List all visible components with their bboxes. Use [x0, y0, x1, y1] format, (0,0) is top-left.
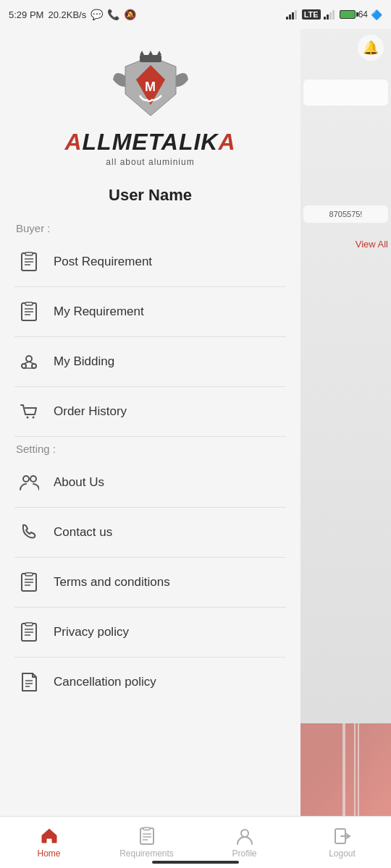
svg-point-34: [30, 476, 36, 482]
terms-icon: [16, 569, 42, 595]
setting-section-header: Setting :: [0, 437, 300, 458]
nav-item-home[interactable]: Home: [0, 827, 98, 859]
svg-rect-51: [140, 828, 154, 844]
brand-name: ALLMETALIKA: [64, 129, 235, 156]
svg-rect-52: [143, 827, 150, 830]
svg-rect-6: [329, 12, 332, 20]
status-right: LTE 64 🔷: [286, 9, 382, 20]
preview-search-bar: [303, 80, 388, 106]
svg-point-56: [241, 830, 248, 837]
contact-us-icon: [16, 519, 42, 545]
home-icon: [40, 827, 59, 846]
nav-item-requirements[interactable]: Requirements: [98, 827, 196, 859]
nav-item-profile[interactable]: Profile: [196, 827, 293, 859]
my-requirement-label: My Requirement: [54, 305, 144, 319]
my-bidding-label: My Bidding: [54, 354, 114, 369]
logo-image: M: [107, 51, 194, 123]
svg-rect-16: [25, 252, 33, 255]
preview-phone-field: 8705575!: [303, 205, 388, 223]
menu-item-cancellation[interactable]: Cancellation policy: [0, 658, 300, 707]
requirements-nav-label: Requirements: [119, 848, 174, 859]
my-requirement-icon: [16, 299, 42, 325]
menu-item-privacy[interactable]: Privacy policy: [0, 608, 300, 657]
menu-item-post-requirement[interactable]: Post Requirement: [0, 237, 300, 286]
whatsapp-icon: 💬: [91, 9, 103, 20]
menu-item-contact-us[interactable]: Contact us: [0, 508, 300, 557]
post-requirement-label: Post Requirement: [54, 255, 152, 269]
svg-rect-2: [292, 12, 294, 20]
svg-rect-0: [286, 17, 288, 20]
svg-rect-36: [25, 573, 33, 576]
time-display: 5:29 PM: [9, 9, 43, 20]
preview-view-all: View All: [356, 239, 388, 250]
status-bar: 5:29 PM 20.2KB/s 💬 📞 🔕 LTE: [0, 0, 391, 29]
logo-area: M ALLMETALIKA all about aluminium: [0, 29, 300, 179]
battery-icon: [340, 10, 356, 19]
privacy-icon: [16, 619, 42, 645]
phone-status-icon: 📞: [107, 9, 119, 20]
drawer-menu: M ALLMETALIKA all about aluminium User N…: [0, 29, 300, 868]
user-name-display: User Name: [0, 179, 300, 216]
menu-item-terms[interactable]: Terms and conditions: [0, 558, 300, 607]
svg-point-27: [32, 364, 36, 368]
svg-rect-3: [295, 10, 297, 20]
signal2-icon: [324, 9, 337, 20]
svg-marker-11: [140, 51, 144, 55]
no-call-icon: 🔕: [124, 9, 136, 20]
menu-item-order-history[interactable]: Order History: [0, 387, 300, 436]
svg-point-25: [26, 356, 32, 362]
svg-rect-4: [324, 17, 326, 20]
svg-marker-13: [157, 51, 161, 55]
logout-icon: [333, 827, 352, 846]
svg-line-28: [24, 362, 29, 364]
about-us-icon: [16, 469, 42, 495]
lte-badge: LTE: [302, 9, 321, 20]
terms-label: Terms and conditions: [54, 575, 170, 590]
about-us-label: About Us: [54, 475, 104, 490]
svg-rect-41: [25, 623, 33, 626]
signal-icon: [286, 9, 299, 20]
brand-tagline: all about aluminium: [106, 157, 194, 167]
svg-text:M: M: [145, 80, 156, 94]
svg-point-31: [27, 417, 29, 419]
buyer-section-header: Buyer :: [0, 216, 300, 237]
my-bidding-icon: [16, 349, 42, 375]
svg-point-32: [33, 417, 35, 419]
profile-nav-label: Profile: [232, 848, 256, 859]
menu-item-my-requirement[interactable]: My Requirement: [0, 287, 300, 336]
svg-rect-1: [289, 14, 291, 20]
status-left: 5:29 PM 20.2KB/s 💬 📞 🔕: [9, 9, 136, 20]
svg-line-29: [29, 362, 34, 364]
preview-bell-icon: 🔔: [358, 35, 384, 61]
battery-percent: 64: [358, 9, 368, 20]
requirements-icon: [138, 827, 156, 846]
home-indicator: [152, 861, 239, 864]
svg-rect-10: [140, 55, 161, 62]
contact-us-label: Contact us: [54, 525, 112, 540]
cancellation-label: Cancellation policy: [54, 675, 156, 689]
order-history-label: Order History: [54, 404, 127, 419]
network-speed: 20.2KB/s: [48, 9, 86, 20]
svg-rect-7: [332, 10, 335, 20]
post-requirement-icon: [16, 249, 42, 275]
order-history-icon: [16, 399, 42, 425]
privacy-label: Privacy policy: [54, 625, 129, 639]
preview-bottom-image: [300, 723, 391, 825]
svg-marker-12: [148, 51, 153, 55]
cancellation-icon: [16, 669, 42, 695]
logout-nav-label: Logout: [329, 848, 356, 859]
menu-item-about-us[interactable]: About Us: [0, 458, 300, 507]
logo-text: ALLMETALIKA all about aluminium: [64, 129, 235, 167]
profile-icon: [235, 827, 254, 846]
menu-item-my-bidding[interactable]: My Bidding: [0, 337, 300, 386]
home-nav-label: Home: [37, 848, 60, 859]
app-background-preview: 🔔 8705575! View All: [300, 29, 391, 868]
svg-point-26: [22, 364, 26, 368]
nav-item-logout[interactable]: Logout: [293, 827, 391, 859]
main-container: M ALLMETALIKA all about aluminium User N…: [0, 29, 391, 868]
svg-rect-5: [327, 14, 329, 20]
bluetooth-icon: 🔷: [371, 9, 382, 20]
svg-point-33: [23, 476, 29, 482]
svg-rect-21: [25, 302, 33, 305]
